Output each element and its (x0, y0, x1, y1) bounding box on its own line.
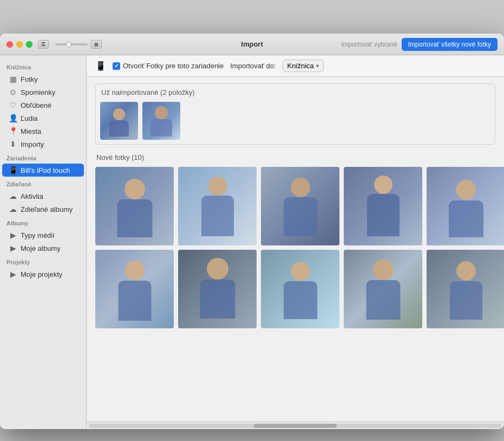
shared-section-label: Zdieľané (0, 177, 86, 190)
sidebar-item-my-projects[interactable]: ▶ Moje projekty (2, 268, 84, 281)
places-icon: 📍 (9, 127, 17, 135)
already-imported-header: Už naimportované (2 položky) (100, 88, 490, 96)
sidebar-item-imports[interactable]: ⬇ Importy (2, 138, 84, 151)
already-imported-photos (100, 102, 490, 140)
memories-icon: ⊙ (9, 88, 17, 96)
projects-section-label: Projekty (0, 255, 86, 268)
new-photo-8[interactable] (261, 250, 339, 328)
sidebar-item-activity-label: Aktivita (21, 192, 43, 200)
device-toolbar-icon: 📱 (95, 61, 106, 71)
sidebar-item-photos-label: Fotky (21, 75, 38, 83)
close-button[interactable] (6, 41, 13, 48)
new-photos-grid (95, 167, 495, 328)
sidebar-item-shared-albums[interactable]: ☁ Zdieľané albumy (2, 203, 84, 216)
zoom-slider[interactable] (55, 43, 88, 46)
scrollbar-track[interactable] (89, 424, 502, 428)
sidebar-toggle-button[interactable]: ☰ (38, 40, 49, 49)
activity-icon: ☁ (9, 192, 17, 200)
sidebar-item-favorites[interactable]: ♡ Obľúbené (2, 99, 84, 112)
import-toolbar: 📱 Otvoriť Fotky pre toto zariadenie Impo… (87, 55, 504, 77)
photos-icon: ▦ (9, 75, 17, 83)
sidebar-item-activity[interactable]: ☁ Aktivita (2, 190, 84, 203)
sidebar-item-bills-ipod[interactable]: 📱 Bill's iPod touch (2, 164, 84, 177)
sidebar: Knižnica ▦ Fotky ⊙ Spomienky ♡ Obľúbené … (0, 55, 87, 429)
sidebar-item-people-label: Ľudia (21, 114, 38, 122)
import-destination-select[interactable]: Knižnica ▾ (283, 60, 324, 72)
sidebar-toggle-icon: ☰ (41, 42, 45, 47)
titlebar-right: Importovať vybrané Importovať všetky nov… (341, 38, 498, 51)
sidebar-item-memories[interactable]: ⊙ Spomienky (2, 86, 84, 99)
sidebar-item-my-albums[interactable]: ▶ Moje albumy (2, 242, 84, 255)
minimize-button[interactable] (16, 41, 23, 48)
new-photo-4[interactable] (344, 167, 422, 245)
sidebar-item-memories-label: Spomienky (21, 88, 55, 96)
sidebar-item-my-albums-label: Moje albumy (21, 244, 61, 252)
sidebar-item-media-types[interactable]: ▶ Typy médií (2, 229, 84, 242)
albums-section-label: Albumy (0, 216, 86, 229)
import-all-button[interactable]: Importovať všetky nové fotky (402, 38, 498, 51)
titlebar: ☰ ⊞ Import Importovať vybrané Importovať… (0, 34, 504, 55)
titlebar-controls: ☰ ⊞ (38, 40, 102, 49)
devices-section-label: Zariadenia (0, 151, 86, 164)
open-photos-label: Otvoriť Fotky pre toto zariadenie (123, 62, 224, 70)
zoom-slider-thumb (66, 42, 71, 47)
import-destination-value: Knižnica (287, 62, 314, 70)
import-area: 📱 Otvoriť Fotky pre toto zariadenie Impo… (87, 55, 504, 429)
library-section-label: Knižnica (0, 60, 86, 73)
traffic-lights (6, 41, 32, 48)
already-imported-section: Už naimportované (2 položky) (95, 83, 495, 145)
sidebar-item-imports-label: Importy (21, 140, 44, 148)
sidebar-item-places-label: Miesta (21, 127, 41, 135)
sidebar-item-places[interactable]: 📍 Miesta (2, 125, 84, 138)
new-photo-7[interactable] (178, 250, 257, 328)
new-photo-3[interactable] (261, 167, 339, 245)
media-types-icon: ▶ (9, 231, 17, 239)
scrollbar-thumb (254, 424, 337, 428)
new-photos-section: Nové fotky (10) (95, 153, 495, 328)
import-to-text: Importovať do: (230, 62, 276, 70)
new-photo-5[interactable] (427, 167, 504, 245)
open-photos-checkbox[interactable] (113, 62, 120, 70)
new-photo-9[interactable] (344, 250, 422, 328)
sidebar-item-shared-albums-label: Zdieľané albumy (21, 205, 73, 213)
new-photo-1[interactable] (95, 167, 174, 245)
my-albums-icon: ▶ (9, 244, 17, 252)
new-photo-6[interactable] (95, 250, 174, 328)
new-photo-2[interactable] (178, 167, 257, 245)
maximize-button[interactable] (26, 41, 32, 48)
view-icon: ⊞ (94, 42, 99, 47)
shared-albums-icon: ☁ (9, 205, 17, 213)
main-window: ☰ ⊞ Import Importovať vybrané Importovať… (0, 34, 504, 429)
sidebar-item-photos[interactable]: ▦ Fotky (2, 73, 84, 86)
select-arrow-icon: ▾ (316, 63, 319, 69)
people-icon: 👤 (9, 114, 17, 122)
sidebar-item-favorites-label: Obľúbené (21, 101, 51, 109)
device-icon: 📱 (9, 166, 17, 174)
already-imported-photo-2[interactable] (142, 102, 180, 140)
window-title: Import (241, 40, 263, 48)
sidebar-item-people[interactable]: 👤 Ľudia (2, 112, 84, 125)
main-content: Knižnica ▦ Fotky ⊙ Spomienky ♡ Obľúbené … (0, 55, 504, 429)
open-photos-checkbox-group: Otvoriť Fotky pre toto zariadenie (113, 62, 224, 70)
photos-container[interactable]: Už naimportované (2 položky) (87, 77, 504, 421)
imports-icon: ⬇ (9, 140, 17, 148)
my-projects-icon: ▶ (9, 270, 17, 278)
new-photos-header: Nové fotky (10) (95, 153, 495, 161)
scrollbar-area (87, 421, 504, 429)
import-selected-button[interactable]: Importovať vybrané (341, 41, 397, 48)
view-toggle-button[interactable]: ⊞ (91, 40, 102, 49)
favorites-icon: ♡ (9, 101, 17, 109)
sidebar-item-media-types-label: Typy médií (21, 231, 55, 239)
sidebar-item-my-projects-label: Moje projekty (21, 270, 62, 278)
new-photo-10[interactable] (427, 250, 504, 328)
zoom-slider-container (55, 43, 88, 46)
already-imported-photo-1[interactable] (100, 102, 138, 140)
sidebar-item-bills-ipod-label: Bill's iPod touch (21, 166, 70, 174)
